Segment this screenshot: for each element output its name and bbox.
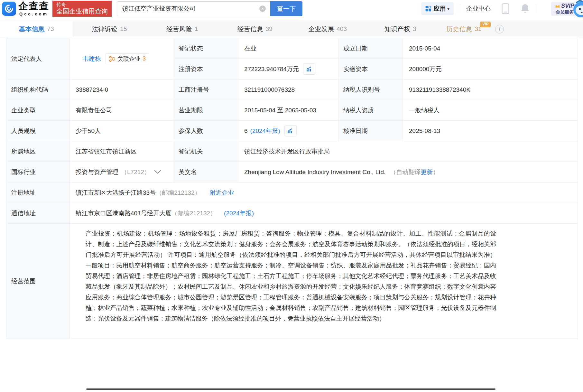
paid-capital-value: 200000万元 <box>403 59 578 79</box>
tab-operating-risk[interactable]: 经营风险 1 <box>146 21 218 37</box>
region-value: 江苏省镇江市镇江新区 <box>70 141 174 162</box>
notifications-bell-icon[interactable] <box>520 3 530 14</box>
info-icon[interactable]: i <box>495 25 504 33</box>
english-name-value: Zhenjiang Low Altitude Industry Investme… <box>244 169 385 176</box>
tab-label: 基本信息 <box>19 25 44 33</box>
promo-badge: 传奇 全国企业信用查询 <box>52 1 112 17</box>
reg-status-label: 登记状态 <box>174 38 238 59</box>
apps-grid-icon <box>425 6 431 12</box>
top-header: 企查查 Qcc.com 传奇 全国企业信用查询 ✕ 查一下 应用 ▾ <box>0 0 583 17</box>
insured-count-value: 6 <box>244 127 248 135</box>
tab-business-info[interactable]: 经营信息 39 <box>218 21 291 37</box>
translate-update-link[interactable]: 更新 <box>421 168 433 176</box>
basic-info-table: 法定代表人 韦建栋 关联企业 3 登记状态 在业 成立日期 2015-05-04… <box>6 38 578 339</box>
business-scope-value: 产业投资；机场建设；机场管理；场地设备租赁；房屋厂房租赁；咨询服务；物业管理；模… <box>70 224 578 339</box>
taxpayer-id-value: 91321191338872340K <box>403 79 578 100</box>
tab-count: 1 <box>195 25 198 33</box>
crown-icon <box>555 4 560 8</box>
auto-translate-note-close: ） <box>433 168 439 176</box>
taxpayer-qual-value: 一般纳税人 <box>403 100 578 121</box>
tab-company-development[interactable]: 企业发展 403 <box>291 21 364 37</box>
clear-icon[interactable]: ✕ <box>259 5 266 12</box>
tab-label: 历史信息 <box>446 25 472 33</box>
taxpayer-id-label: 纳税人识别号 <box>339 79 403 100</box>
related-companies-label: 关联企业 <box>117 55 141 63</box>
region-label: 所属地区 <box>7 141 70 162</box>
tab-count: 3 <box>413 25 416 33</box>
tab-label: 法律诉讼 <box>92 25 117 33</box>
insured-annual-report-link[interactable]: (2024年报) <box>250 127 280 135</box>
tab-count: 39 <box>265 25 272 33</box>
reg-capital-value: 272223.940784万元 <box>244 65 299 73</box>
auto-translate-note: （自动翻译 <box>390 168 421 176</box>
establish-date-label: 成立日期 <box>339 38 403 59</box>
nearby-companies-link[interactable]: 附近企业 <box>210 189 234 197</box>
company-type-value: 有限责任公司 <box>70 100 174 121</box>
mascot-avatar[interactable] <box>572 0 583 17</box>
apps-menu[interactable]: 应用 ▾ <box>421 2 454 15</box>
english-name-label: 英文名 <box>174 162 238 182</box>
tab-count: 15 <box>120 25 127 33</box>
vip-badge: VIP <box>480 22 491 27</box>
establish-date-value: 2015-05-04 <box>403 38 578 59</box>
legal-rep-link[interactable]: 韦建栋 <box>83 55 101 63</box>
reg-capital-label: 注册资本 <box>174 59 238 79</box>
org-code-label: 组织机构代码 <box>7 79 70 100</box>
insured-trend-chart-icon[interactable] <box>284 125 297 136</box>
mobile-app-icon[interactable] <box>502 3 509 14</box>
horizontal-scrollbar[interactable] <box>86 388 495 390</box>
capital-trend-chart-icon[interactable] <box>303 63 315 75</box>
mail-address-cell: 镇江市京口区港南路401号经开大厦 （邮编212132） (2024年报) <box>70 203 578 224</box>
biz-reg-no-value: 321191000076328 <box>238 79 339 100</box>
promo-line1: 传奇 <box>56 1 108 8</box>
tab-legal-proceedings[interactable]: 法律诉讼 15 <box>73 21 146 37</box>
tab-label: 知识产权 <box>384 25 410 33</box>
reg-address-label: 注册地址 <box>7 182 70 203</box>
legal-rep-cell: 韦建栋 关联企业 3 <box>70 38 174 79</box>
business-scope-label: 经营范围 <box>7 224 70 339</box>
brand-domain: Qcc.com <box>19 12 48 16</box>
search-button[interactable]: 查一下 <box>270 1 302 16</box>
mail-address-postcode: （邮编212132） <box>171 209 216 218</box>
staff-size-label: 人员规模 <box>7 121 70 141</box>
company-type-label: 企业类型 <box>7 100 70 121</box>
related-companies-count: 3 <box>143 55 146 62</box>
legal-rep-label: 法定代表人 <box>7 38 70 79</box>
org-code-value: 33887234-0 <box>70 79 174 100</box>
brand-name: 企查查 <box>18 1 49 11</box>
qcc-logo-icon <box>2 2 16 16</box>
qcc-logo[interactable]: 企查查 Qcc.com <box>2 1 49 16</box>
tab-label: 企业发展 <box>308 25 334 33</box>
approval-date-label: 核准日期 <box>339 121 403 141</box>
staff-size-value: 少于50人 <box>70 121 174 141</box>
tab-label: 经营风险 <box>166 25 192 33</box>
reg-address-value: 镇江市新区大港扬子江路33号 <box>76 189 156 197</box>
approval-date-value: 2025-08-13 <box>403 121 578 141</box>
related-companies-badge[interactable]: 关联企业 3 <box>106 53 149 64</box>
search-input[interactable] <box>117 1 270 16</box>
reg-authority-label: 登记机关 <box>174 141 238 162</box>
mail-address-label: 通信地址 <box>7 203 70 224</box>
reg-address-cell: 镇江市新区大港扬子江路33号 （邮编212132） 附近企业 <box>70 182 578 203</box>
caret-down-icon: ▾ <box>447 7 449 11</box>
business-term-label: 营业期限 <box>174 100 238 121</box>
reg-authority-value: 镇江经济技术开发区行政审批局 <box>238 141 578 162</box>
industry-code: （L7212） <box>121 168 150 176</box>
chevron-down-icon[interactable] <box>154 170 161 174</box>
biz-reg-no-label: 工商注册号 <box>174 79 238 100</box>
qcc-logo-text: 企查查 Qcc.com <box>18 1 49 16</box>
reg-status-value: 在业 <box>238 38 339 59</box>
tab-history-info[interactable]: 历史信息 31 VIP <box>437 21 491 37</box>
taxpayer-qual-label: 纳税人资质 <box>339 100 403 121</box>
tab-basic-info[interactable]: 基本信息 73 <box>0 21 73 37</box>
reg-address-postcode: （邮编212132） <box>156 189 200 197</box>
header-right: 应用 ▾ 企业中心 SVIP 会员服务 <box>421 2 578 16</box>
mail-annual-report-link[interactable]: (2024年报) <box>224 209 254 218</box>
tab-label: 经营信息 <box>237 25 263 33</box>
industry-value: 投资与资产管理 <box>76 168 118 176</box>
related-company-icon <box>109 56 116 62</box>
divider <box>460 5 460 13</box>
enterprise-center-link[interactable]: 企业中心 <box>466 5 491 13</box>
tab-intellectual-property[interactable]: 知识产权 3 <box>364 21 437 37</box>
paid-capital-label: 实缴资本 <box>339 59 403 79</box>
